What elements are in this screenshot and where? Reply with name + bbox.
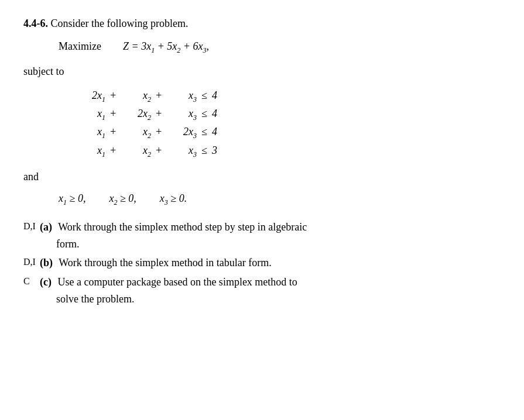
nn-x2: x2 ≥ 0, <box>109 192 136 207</box>
constraint-4: x1 + x2 + x3 ≤ 3 <box>70 142 501 160</box>
part-c-content: (c) Use a computer package based on the … <box>40 274 297 308</box>
part-b-text: Work through the simplex method in tabul… <box>59 257 271 268</box>
part-b-row: D,I (b) Work through the simplex method … <box>23 254 501 271</box>
part-a-letter: (a) <box>40 221 52 233</box>
part-c-continuation: solve the problem. <box>56 291 297 308</box>
constraint-1: 2x1 + x2 + x3 ≤ 4 <box>70 87 501 105</box>
part-c-letter: (c) <box>40 276 52 288</box>
constraints-block: 2x1 + x2 + x3 ≤ 4 x1 + 2x2 + x3 ≤ 4 x1 +… <box>70 87 501 161</box>
objective-function: Z = 3x1 + 5x2 + 6x3, <box>123 40 209 55</box>
nonnegativity-block: x1 ≥ 0, x2 ≥ 0, x3 ≥ 0. <box>59 192 501 207</box>
part-c-label: C <box>23 274 40 289</box>
part-a-text: Work through the simplex method step by … <box>58 221 307 233</box>
problem-container: 4.4-6. Consider the following problem. M… <box>23 18 501 308</box>
subject-to-label: subject to <box>23 66 501 78</box>
problem-intro: Consider the following problem. <box>51 18 189 29</box>
part-b-letter: (b) <box>40 257 53 268</box>
maximize-row: Maximize Z = 3x1 + 5x2 + 6x3, <box>59 40 501 55</box>
parts-section: D,I (a) Work through the simplex method … <box>23 219 501 308</box>
part-c-row: C (c) Use a computer package based on th… <box>23 274 501 308</box>
part-a-label: D,I <box>23 219 40 234</box>
part-a-content: (a) Work through the simplex method step… <box>40 219 307 253</box>
maximize-label: Maximize <box>59 40 123 53</box>
part-a-row: D,I (a) Work through the simplex method … <box>23 219 501 253</box>
part-a-continuation: form. <box>56 236 307 253</box>
and-label: and <box>23 171 501 183</box>
part-b-label: D,I <box>23 254 40 270</box>
nn-x1: x1 ≥ 0, <box>59 192 85 207</box>
nn-x3: x3 ≥ 0. <box>160 192 187 207</box>
part-c-text: Use a computer package based on the simp… <box>57 276 297 288</box>
constraint-2: x1 + 2x2 + x3 ≤ 4 <box>70 105 501 123</box>
problem-number: 4.4-6. <box>23 18 48 29</box>
problem-header: 4.4-6. Consider the following problem. <box>23 18 501 30</box>
constraint-3: x1 + x2 + 2x3 ≤ 4 <box>70 123 501 142</box>
part-b-content: (b) Work through the simplex method in t… <box>40 254 272 271</box>
